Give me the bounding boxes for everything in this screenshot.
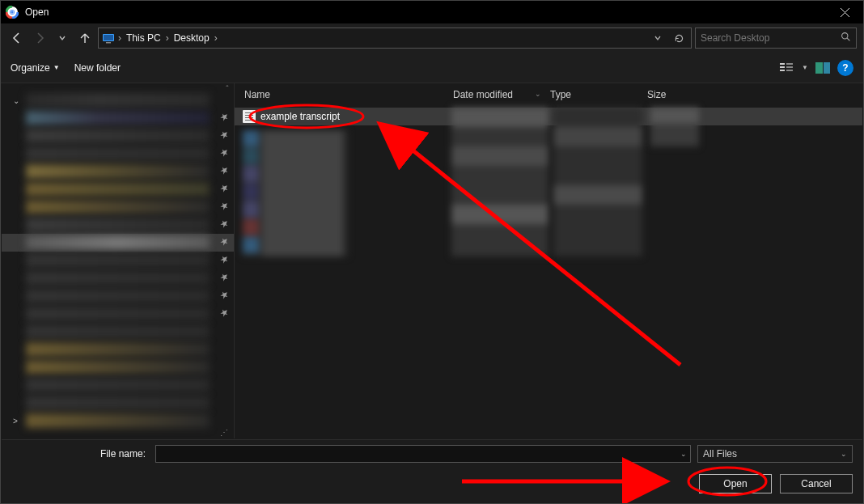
svg-rect-15 bbox=[786, 66, 793, 68]
sidebar-item[interactable] bbox=[2, 358, 234, 376]
breadcrumb-root[interactable]: This PC bbox=[125, 32, 163, 44]
sidebar-item[interactable] bbox=[2, 376, 234, 394]
organize-button[interactable]: Organize ▼ bbox=[11, 62, 60, 74]
sidebar-item[interactable] bbox=[2, 216, 234, 234]
col-size[interactable]: Size bbox=[642, 89, 723, 100]
chevron-down-icon[interactable]: ▼ bbox=[802, 64, 808, 71]
file-row-selected[interactable]: example transcript bbox=[235, 108, 862, 125]
col-type[interactable]: Type bbox=[545, 89, 642, 100]
preview-pane-button[interactable] bbox=[815, 60, 831, 76]
cancel-button[interactable]: Cancel bbox=[780, 474, 853, 493]
address-dropdown[interactable] bbox=[649, 29, 667, 47]
open-button[interactable]: Open bbox=[699, 474, 772, 493]
text-file-icon bbox=[243, 110, 256, 123]
close-button[interactable] bbox=[826, 1, 863, 23]
file-list-pane[interactable]: Name Date modified ⌄ Type Size example t… bbox=[235, 83, 862, 438]
svg-rect-28 bbox=[451, 108, 548, 256]
sidebar-item[interactable] bbox=[2, 323, 234, 341]
sidebar-item-redacted bbox=[26, 324, 210, 339]
redacted-content bbox=[553, 108, 642, 256]
sidebar-item-redacted bbox=[26, 307, 210, 321]
cancel-label: Cancel bbox=[801, 478, 831, 489]
svg-point-10 bbox=[842, 33, 848, 39]
sidebar-item[interactable] bbox=[2, 198, 234, 216]
filter-label: All Files bbox=[703, 448, 737, 460]
sidebar-item-redacted bbox=[26, 182, 210, 197]
svg-rect-34 bbox=[553, 185, 642, 205]
sidebar-item[interactable] bbox=[2, 252, 234, 269]
breadcrumb-leaf[interactable]: Desktop bbox=[172, 32, 211, 44]
chevron-down-icon[interactable]: ⌄ bbox=[680, 450, 687, 458]
sidebar-item[interactable] bbox=[2, 269, 234, 287]
pin-icon bbox=[220, 112, 229, 123]
expand-icon[interactable]: > bbox=[13, 417, 23, 426]
file-name: example transcript bbox=[260, 111, 340, 122]
sidebar-item[interactable] bbox=[2, 234, 234, 252]
up-button[interactable] bbox=[75, 28, 95, 48]
sidebar-item[interactable] bbox=[2, 394, 234, 412]
file-type-filter[interactable]: All Files ⌄ bbox=[697, 445, 853, 463]
pin-icon bbox=[220, 290, 229, 301]
breadcrumb-sep-icon: › bbox=[118, 32, 121, 44]
sidebar-item[interactable] bbox=[2, 163, 234, 180]
svg-rect-23 bbox=[243, 184, 259, 200]
sidebar-item-redacted bbox=[26, 235, 210, 250]
svg-rect-13 bbox=[780, 70, 785, 71]
back-button[interactable] bbox=[7, 28, 27, 48]
refresh-button[interactable] bbox=[670, 29, 688, 47]
forward-button[interactable] bbox=[30, 28, 49, 48]
breadcrumb-sep-icon: › bbox=[166, 32, 169, 44]
chrome-icon bbox=[6, 6, 19, 19]
search-icon bbox=[841, 32, 851, 44]
address-bar[interactable]: › This PC › Desktop › bbox=[98, 28, 692, 49]
scroll-down-icon[interactable]: ⋰ bbox=[219, 428, 229, 437]
new-folder-label: New folder bbox=[74, 62, 121, 74]
footer: File name: ⌄ All Files ⌄ Open Cancel bbox=[2, 439, 862, 502]
svg-rect-36 bbox=[650, 108, 699, 124]
sidebar-item[interactable] bbox=[2, 109, 234, 127]
sidebar-item[interactable] bbox=[2, 127, 234, 145]
svg-rect-8 bbox=[104, 35, 113, 40]
view-mode-button[interactable] bbox=[779, 60, 795, 76]
navigation-pane[interactable]: ˆ ⌄> ⋰ bbox=[2, 83, 235, 438]
open-label: Open bbox=[723, 478, 747, 489]
filename-input[interactable]: ⌄ bbox=[155, 445, 691, 463]
sidebar-item[interactable]: ⌄ bbox=[2, 91, 234, 109]
pin-icon bbox=[220, 184, 229, 194]
sidebar-item-redacted bbox=[26, 93, 210, 108]
sidebar-item-redacted bbox=[26, 146, 210, 161]
recent-dropdown[interactable] bbox=[53, 28, 72, 48]
pin-icon bbox=[220, 130, 229, 141]
view-controls: ▼ ? bbox=[779, 60, 853, 76]
chevron-down-icon: ⌄ bbox=[535, 90, 541, 98]
column-headers[interactable]: Name Date modified ⌄ Type Size bbox=[235, 83, 862, 106]
svg-rect-20 bbox=[243, 130, 259, 146]
sidebar-item[interactable]: > bbox=[2, 412, 234, 430]
address-row: › This PC › Desktop › Search Desktop bbox=[1, 23, 863, 53]
sidebar-item[interactable] bbox=[2, 341, 234, 358]
sidebar-item-redacted bbox=[26, 360, 210, 375]
sidebar-item-redacted bbox=[26, 289, 210, 303]
svg-rect-29 bbox=[451, 108, 548, 127]
chevron-down-icon: ⌄ bbox=[841, 450, 847, 458]
sidebar-item[interactable] bbox=[2, 287, 234, 305]
help-button[interactable]: ? bbox=[837, 60, 853, 76]
new-folder-button[interactable]: New folder bbox=[74, 62, 121, 74]
col-date-modified[interactable]: Date modified ⌄ bbox=[448, 89, 545, 100]
svg-rect-30 bbox=[451, 146, 548, 166]
svg-rect-33 bbox=[553, 127, 642, 146]
sidebar-item[interactable] bbox=[2, 305, 234, 323]
svg-rect-26 bbox=[243, 237, 259, 253]
col-name[interactable]: Name bbox=[239, 89, 448, 100]
search-placeholder: Search Desktop bbox=[701, 32, 841, 44]
svg-point-6 bbox=[11, 11, 13, 13]
sidebar-item-redacted bbox=[26, 218, 210, 232]
expand-icon[interactable]: ⌄ bbox=[13, 96, 23, 105]
svg-rect-14 bbox=[786, 63, 793, 65]
svg-rect-17 bbox=[815, 62, 823, 74]
sidebar-item[interactable] bbox=[2, 145, 234, 163]
search-input[interactable]: Search Desktop bbox=[695, 28, 857, 49]
col-date-label: Date modified bbox=[453, 89, 513, 100]
sidebar-item[interactable] bbox=[2, 180, 234, 198]
redacted-content bbox=[243, 130, 348, 256]
